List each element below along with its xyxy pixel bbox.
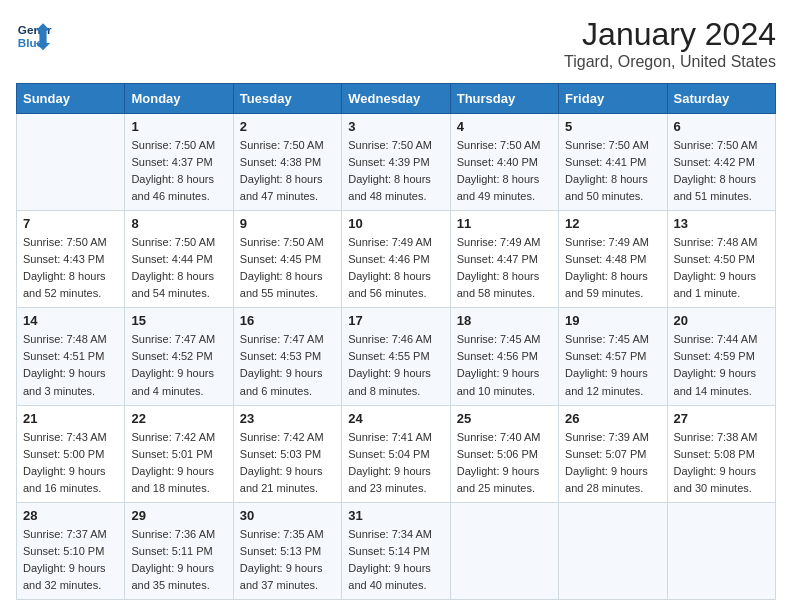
day-number: 4 bbox=[457, 119, 552, 134]
calendar-cell: 19Sunrise: 7:45 AMSunset: 4:57 PMDayligh… bbox=[559, 308, 667, 405]
day-number: 25 bbox=[457, 411, 552, 426]
calendar-cell: 3Sunrise: 7:50 AMSunset: 4:39 PMDaylight… bbox=[342, 114, 450, 211]
day-info: Sunrise: 7:50 AMSunset: 4:42 PMDaylight:… bbox=[674, 137, 769, 205]
day-info: Sunrise: 7:46 AMSunset: 4:55 PMDaylight:… bbox=[348, 331, 443, 399]
day-info: Sunrise: 7:42 AMSunset: 5:03 PMDaylight:… bbox=[240, 429, 335, 497]
day-info: Sunrise: 7:48 AMSunset: 4:51 PMDaylight:… bbox=[23, 331, 118, 399]
header-wednesday: Wednesday bbox=[342, 84, 450, 114]
calendar-cell: 13Sunrise: 7:48 AMSunset: 4:50 PMDayligh… bbox=[667, 211, 775, 308]
day-number: 17 bbox=[348, 313, 443, 328]
day-number: 26 bbox=[565, 411, 660, 426]
page-subtitle: Tigard, Oregon, United States bbox=[564, 53, 776, 71]
day-info: Sunrise: 7:44 AMSunset: 4:59 PMDaylight:… bbox=[674, 331, 769, 399]
header-thursday: Thursday bbox=[450, 84, 558, 114]
calendar-cell: 9Sunrise: 7:50 AMSunset: 4:45 PMDaylight… bbox=[233, 211, 341, 308]
day-number: 30 bbox=[240, 508, 335, 523]
logo-icon: General Blue bbox=[16, 16, 52, 52]
calendar-cell: 25Sunrise: 7:40 AMSunset: 5:06 PMDayligh… bbox=[450, 405, 558, 502]
calendar-table: SundayMondayTuesdayWednesdayThursdayFrid… bbox=[16, 83, 776, 600]
calendar-cell: 27Sunrise: 7:38 AMSunset: 5:08 PMDayligh… bbox=[667, 405, 775, 502]
calendar-cell: 4Sunrise: 7:50 AMSunset: 4:40 PMDaylight… bbox=[450, 114, 558, 211]
calendar-cell: 8Sunrise: 7:50 AMSunset: 4:44 PMDaylight… bbox=[125, 211, 233, 308]
calendar-week-row: 21Sunrise: 7:43 AMSunset: 5:00 PMDayligh… bbox=[17, 405, 776, 502]
day-info: Sunrise: 7:50 AMSunset: 4:37 PMDaylight:… bbox=[131, 137, 226, 205]
header-sunday: Sunday bbox=[17, 84, 125, 114]
calendar-cell: 28Sunrise: 7:37 AMSunset: 5:10 PMDayligh… bbox=[17, 502, 125, 599]
day-number: 27 bbox=[674, 411, 769, 426]
day-info: Sunrise: 7:36 AMSunset: 5:11 PMDaylight:… bbox=[131, 526, 226, 594]
calendar-cell bbox=[17, 114, 125, 211]
day-info: Sunrise: 7:50 AMSunset: 4:40 PMDaylight:… bbox=[457, 137, 552, 205]
logo: General Blue bbox=[16, 16, 52, 52]
day-number: 1 bbox=[131, 119, 226, 134]
day-number: 15 bbox=[131, 313, 226, 328]
calendar-cell: 30Sunrise: 7:35 AMSunset: 5:13 PMDayligh… bbox=[233, 502, 341, 599]
day-info: Sunrise: 7:50 AMSunset: 4:43 PMDaylight:… bbox=[23, 234, 118, 302]
day-info: Sunrise: 7:50 AMSunset: 4:44 PMDaylight:… bbox=[131, 234, 226, 302]
day-info: Sunrise: 7:35 AMSunset: 5:13 PMDaylight:… bbox=[240, 526, 335, 594]
day-info: Sunrise: 7:41 AMSunset: 5:04 PMDaylight:… bbox=[348, 429, 443, 497]
day-info: Sunrise: 7:42 AMSunset: 5:01 PMDaylight:… bbox=[131, 429, 226, 497]
calendar-cell bbox=[667, 502, 775, 599]
calendar-cell: 16Sunrise: 7:47 AMSunset: 4:53 PMDayligh… bbox=[233, 308, 341, 405]
day-info: Sunrise: 7:34 AMSunset: 5:14 PMDaylight:… bbox=[348, 526, 443, 594]
calendar-cell: 12Sunrise: 7:49 AMSunset: 4:48 PMDayligh… bbox=[559, 211, 667, 308]
calendar-cell: 14Sunrise: 7:48 AMSunset: 4:51 PMDayligh… bbox=[17, 308, 125, 405]
day-info: Sunrise: 7:37 AMSunset: 5:10 PMDaylight:… bbox=[23, 526, 118, 594]
calendar-cell: 21Sunrise: 7:43 AMSunset: 5:00 PMDayligh… bbox=[17, 405, 125, 502]
day-number: 24 bbox=[348, 411, 443, 426]
page-header: General Blue January 2024 Tigard, Oregon… bbox=[16, 16, 776, 71]
calendar-week-row: 7Sunrise: 7:50 AMSunset: 4:43 PMDaylight… bbox=[17, 211, 776, 308]
day-info: Sunrise: 7:39 AMSunset: 5:07 PMDaylight:… bbox=[565, 429, 660, 497]
day-number: 18 bbox=[457, 313, 552, 328]
day-number: 16 bbox=[240, 313, 335, 328]
day-number: 2 bbox=[240, 119, 335, 134]
calendar-cell: 7Sunrise: 7:50 AMSunset: 4:43 PMDaylight… bbox=[17, 211, 125, 308]
calendar-cell: 26Sunrise: 7:39 AMSunset: 5:07 PMDayligh… bbox=[559, 405, 667, 502]
header-tuesday: Tuesday bbox=[233, 84, 341, 114]
day-number: 22 bbox=[131, 411, 226, 426]
calendar-week-row: 14Sunrise: 7:48 AMSunset: 4:51 PMDayligh… bbox=[17, 308, 776, 405]
page-title: January 2024 bbox=[564, 16, 776, 53]
day-info: Sunrise: 7:50 AMSunset: 4:41 PMDaylight:… bbox=[565, 137, 660, 205]
day-info: Sunrise: 7:40 AMSunset: 5:06 PMDaylight:… bbox=[457, 429, 552, 497]
calendar-cell: 31Sunrise: 7:34 AMSunset: 5:14 PMDayligh… bbox=[342, 502, 450, 599]
calendar-cell: 23Sunrise: 7:42 AMSunset: 5:03 PMDayligh… bbox=[233, 405, 341, 502]
day-number: 7 bbox=[23, 216, 118, 231]
day-number: 31 bbox=[348, 508, 443, 523]
calendar-cell: 17Sunrise: 7:46 AMSunset: 4:55 PMDayligh… bbox=[342, 308, 450, 405]
day-info: Sunrise: 7:48 AMSunset: 4:50 PMDaylight:… bbox=[674, 234, 769, 302]
day-number: 5 bbox=[565, 119, 660, 134]
calendar-cell: 29Sunrise: 7:36 AMSunset: 5:11 PMDayligh… bbox=[125, 502, 233, 599]
day-info: Sunrise: 7:50 AMSunset: 4:38 PMDaylight:… bbox=[240, 137, 335, 205]
calendar-cell: 6Sunrise: 7:50 AMSunset: 4:42 PMDaylight… bbox=[667, 114, 775, 211]
day-number: 6 bbox=[674, 119, 769, 134]
day-number: 3 bbox=[348, 119, 443, 134]
calendar-week-row: 1Sunrise: 7:50 AMSunset: 4:37 PMDaylight… bbox=[17, 114, 776, 211]
day-number: 13 bbox=[674, 216, 769, 231]
day-number: 19 bbox=[565, 313, 660, 328]
day-number: 8 bbox=[131, 216, 226, 231]
day-info: Sunrise: 7:49 AMSunset: 4:46 PMDaylight:… bbox=[348, 234, 443, 302]
calendar-cell: 1Sunrise: 7:50 AMSunset: 4:37 PMDaylight… bbox=[125, 114, 233, 211]
header-monday: Monday bbox=[125, 84, 233, 114]
day-number: 20 bbox=[674, 313, 769, 328]
day-number: 23 bbox=[240, 411, 335, 426]
calendar-cell: 5Sunrise: 7:50 AMSunset: 4:41 PMDaylight… bbox=[559, 114, 667, 211]
day-info: Sunrise: 7:38 AMSunset: 5:08 PMDaylight:… bbox=[674, 429, 769, 497]
calendar-cell: 24Sunrise: 7:41 AMSunset: 5:04 PMDayligh… bbox=[342, 405, 450, 502]
day-info: Sunrise: 7:47 AMSunset: 4:52 PMDaylight:… bbox=[131, 331, 226, 399]
calendar-cell: 22Sunrise: 7:42 AMSunset: 5:01 PMDayligh… bbox=[125, 405, 233, 502]
calendar-cell: 20Sunrise: 7:44 AMSunset: 4:59 PMDayligh… bbox=[667, 308, 775, 405]
day-number: 21 bbox=[23, 411, 118, 426]
calendar-cell: 18Sunrise: 7:45 AMSunset: 4:56 PMDayligh… bbox=[450, 308, 558, 405]
header-friday: Friday bbox=[559, 84, 667, 114]
calendar-cell: 10Sunrise: 7:49 AMSunset: 4:46 PMDayligh… bbox=[342, 211, 450, 308]
day-info: Sunrise: 7:47 AMSunset: 4:53 PMDaylight:… bbox=[240, 331, 335, 399]
calendar-header-row: SundayMondayTuesdayWednesdayThursdayFrid… bbox=[17, 84, 776, 114]
day-number: 29 bbox=[131, 508, 226, 523]
calendar-week-row: 28Sunrise: 7:37 AMSunset: 5:10 PMDayligh… bbox=[17, 502, 776, 599]
header-saturday: Saturday bbox=[667, 84, 775, 114]
calendar-cell: 11Sunrise: 7:49 AMSunset: 4:47 PMDayligh… bbox=[450, 211, 558, 308]
day-number: 11 bbox=[457, 216, 552, 231]
